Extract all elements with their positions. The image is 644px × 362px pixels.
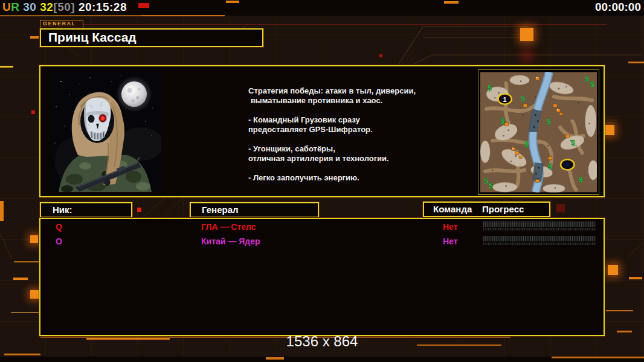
header-team-progress: Команда Прогресс [423,202,550,217]
decor-red-square [31,110,35,114]
clock: 20:15:28 [79,1,127,13]
decor-dark-red-square [556,204,565,212]
general-name-title: Принц Кассад [40,28,263,47]
general-tab-label: GENERAL [40,20,83,29]
header-team: Команда [433,203,472,216]
general-info-panel: Стратегия победы: атаки в тыл, диверсии,… [39,65,605,197]
decor-orange-line [14,261,40,262]
svg-text:$: $ [590,80,594,89]
player-general: ГЛА — Стелс [201,220,256,233]
svg-text:$: $ [524,140,529,148]
loading-screen: { "top_bar": { "segments": [ {"text": "U… [0,0,644,362]
decor-topbar-underline-bright [141,15,225,16]
start-position-1: 1 [498,94,511,104]
header-nick: Ник: [40,202,132,218]
resolution-label: 1536 x 864 [286,333,358,350]
map-preview: $ $ $ $ $ $ $ $ $ $ $ $ [478,69,599,195]
decor-orange-dash [629,277,642,279]
svg-text:1: 1 [503,96,507,103]
decor-orange-glow-square [604,125,614,135]
decor-orange-glow-square [30,290,39,299]
decor-red-dash [138,3,149,8]
svg-text:$: $ [548,162,552,171]
general-portrait [49,71,161,192]
decor-orange-dash [617,331,632,332]
decor-orange-dash [266,357,284,360]
decor-orange-dash [13,278,28,280]
svg-text:$: $ [489,182,493,190]
decor-yellow-dash [0,66,13,68]
svg-text:$: $ [501,117,505,125]
header-progress: Прогресс [482,203,524,216]
loading-progress-bar [483,236,596,245]
fps-counter: UR 30 32[50] 20:15:28 [2,1,127,14]
decor-orange-line [552,357,644,358]
decor-orange-dash [444,1,459,4]
decor-orange-line [86,338,170,340]
decor-orange-dash [226,1,239,3]
decor-orange-line [417,345,501,346]
svg-text:$: $ [521,95,525,103]
decor-red-square [137,208,141,212]
player-team: Нет [443,235,458,248]
player-team: Нет [443,220,458,233]
player-nick: O [56,235,62,248]
decor-orange-line [4,354,40,355]
player-row: Q ГЛА — Стелс Нет [40,220,604,233]
decor-red-square [379,54,382,57]
loading-progress-bar [483,221,596,230]
general-description: Стратегия победы: атаки в тыл, диверсии,… [248,86,454,183]
decor-tab-line [83,24,607,25]
player-list-panel: Q ГЛА — Стелс Нет O Китай — Ядер Нет [39,218,605,336]
svg-text:$: $ [484,177,488,185]
fps-cap: 32 [40,1,53,13]
fps-seg-r: R [11,1,19,13]
svg-text:$: $ [488,84,492,92]
start-position-2 [561,159,574,170]
decor-orange-glow-square [30,235,38,243]
fps-limit: [50] [53,1,79,13]
svg-text:$: $ [547,118,551,126]
decor-tan-line [11,312,39,313]
fps-seg-u: U [2,1,11,13]
decor-orange-dash [628,62,644,63]
moon-icon [116,76,152,112]
decor-orange-glow-square [608,265,618,275]
match-timer: 00:00:00 [595,1,641,14]
svg-text:$: $ [571,139,575,147]
player-nick: Q [56,220,62,233]
fps-value: 30 [19,1,40,13]
player-row: O Китай — Ядер Нет [40,235,604,248]
decor-orange-vbar [0,201,4,221]
decor-orange-glow-square [520,28,533,41]
header-general: Генерал [190,202,319,218]
svg-text:$: $ [579,176,583,184]
decor-orange-dash [30,36,39,39]
svg-text:$: $ [585,75,589,83]
player-general: Китай — Ядер [201,235,260,248]
decor-orange-line [606,310,633,311]
bottom-bar [0,357,644,362]
